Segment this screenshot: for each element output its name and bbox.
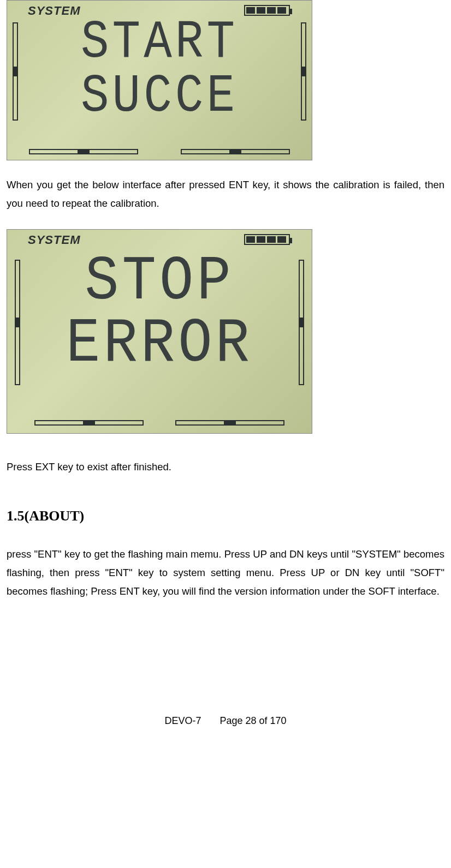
lcd-line1: START: [81, 11, 238, 73]
trim-bottom-left-icon: [34, 420, 144, 426]
lcd-line1: STOP: [85, 246, 234, 317]
trim-bottom-left-icon: [29, 149, 138, 154]
section-heading-about: 1.5(ABOUT): [7, 508, 444, 524]
paragraph-exit: Press EXT key to exist after finished.: [7, 458, 444, 476]
page-footer: DEVO-7 Page 28 of 170: [7, 715, 444, 732]
paragraph-about-instructions: press "ENT" key to get the flashing main…: [7, 545, 444, 601]
page-content: SYSTEM START SUCCE When you get the belo…: [7, 0, 444, 732]
paragraph-calibration-failed: When you get the below interface after p…: [7, 176, 444, 213]
battery-icon: [244, 5, 290, 16]
lcd-screenshot-success: SYSTEM START SUCCE: [7, 0, 312, 160]
footer-device: DEVO-7: [164, 715, 201, 726]
lcd-message: STOP ERROR: [34, 250, 284, 375]
footer-page: Page 28 of 170: [219, 715, 286, 726]
battery-icon: [244, 234, 290, 245]
trim-left-icon: [13, 22, 18, 121]
trim-bottom-right-icon: [175, 420, 284, 426]
lcd-message: START SUCCE: [34, 15, 284, 123]
spacer: [7, 601, 444, 715]
trim-bottom-right-icon: [181, 149, 290, 154]
trim-left-icon: [15, 260, 20, 385]
trim-right-icon: [299, 260, 304, 385]
lcd-line2: ERROR: [66, 308, 253, 379]
trim-right-icon: [301, 22, 306, 121]
lcd-title: SYSTEM: [28, 233, 80, 247]
lcd-screenshot-error: SYSTEM STOP ERROR: [7, 229, 312, 434]
lcd-line2: SUCCE: [81, 65, 238, 127]
